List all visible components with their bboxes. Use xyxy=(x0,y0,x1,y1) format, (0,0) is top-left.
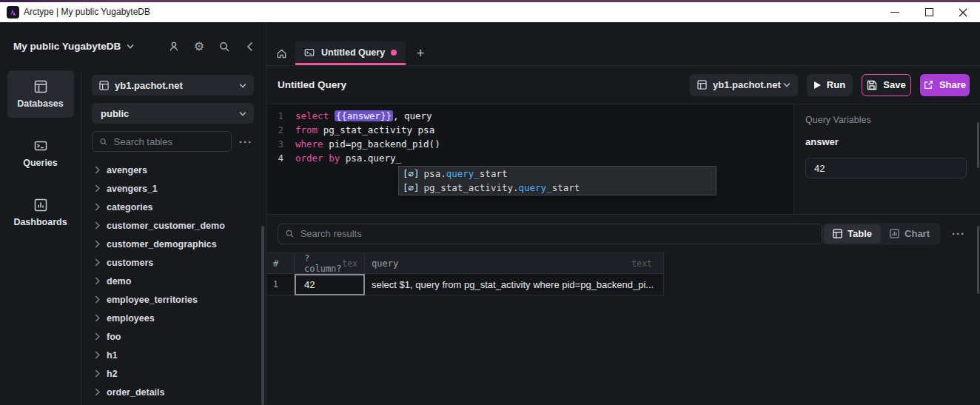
connection-name: yb1.pachot.net xyxy=(713,79,781,90)
line-number: 3 xyxy=(267,137,289,151)
tables-scrollbar[interactable] xyxy=(261,226,264,405)
results-more-icon[interactable]: ··· xyxy=(946,227,971,240)
column-header-index[interactable]: # xyxy=(267,252,295,274)
query-cell[interactable]: select $1, query from pg_stat_activity w… xyxy=(365,274,664,295)
sql-editor[interactable]: 1 select {{answer}}, query 2 from pg_sta… xyxy=(267,104,793,214)
table-list-item[interactable]: h1 xyxy=(92,346,254,364)
settings-gear-icon[interactable]: ⚙ xyxy=(192,39,207,54)
tables-more-icon[interactable]: ··· xyxy=(232,135,254,148)
table-list-item[interactable]: employees xyxy=(92,309,254,327)
chevron-right-icon[interactable] xyxy=(95,240,100,248)
table-list-item[interactable]: customer_customer_demo xyxy=(92,216,254,235)
query-connection-select[interactable]: yb1.pachot.net xyxy=(690,74,798,96)
tab-label: Untitled Query xyxy=(321,47,385,58)
schema-name: public xyxy=(101,108,129,119)
main-area: Untitled Query + Untitled Query yb1.pach… xyxy=(267,22,980,405)
search-icon xyxy=(99,137,108,147)
schema-select[interactable]: public xyxy=(92,103,254,124)
autocomplete-item[interactable]: [⌀]psa.query_start xyxy=(399,167,716,181)
share-button[interactable]: Share xyxy=(920,74,970,96)
chevron-right-icon[interactable] xyxy=(95,277,100,285)
column-field-icon: [⌀] xyxy=(403,167,420,181)
tab-home[interactable] xyxy=(267,41,295,65)
chevron-right-icon[interactable] xyxy=(95,388,100,396)
run-button[interactable]: Run xyxy=(807,74,853,96)
table-name: demo xyxy=(107,276,131,287)
connection-select[interactable]: yb1.pachot.net xyxy=(92,75,254,96)
titlebar-accent xyxy=(0,0,980,2)
collapse-sidebar-icon[interactable] xyxy=(242,39,257,54)
save-icon xyxy=(867,80,877,90)
table-name: foo xyxy=(107,332,121,342)
table-name: customer_demographics xyxy=(107,239,217,250)
table-name: h2 xyxy=(107,369,118,379)
chevron-right-icon[interactable] xyxy=(95,184,100,193)
query-tab-icon xyxy=(304,47,315,58)
chevron-right-icon[interactable] xyxy=(95,203,100,211)
chevron-right-icon[interactable] xyxy=(95,221,100,230)
tab-untitled-query[interactable]: Untitled Query xyxy=(295,41,406,65)
new-tab-button[interactable]: + xyxy=(406,41,435,65)
close-button[interactable] xyxy=(946,2,980,22)
nav-rail: Databases Queries Dashboards xyxy=(0,70,81,405)
table-list-item[interactable]: categories xyxy=(92,198,254,216)
titlebar: Arctype | My public YugabyteDB xyxy=(0,0,980,22)
table-list-item[interactable]: avengers xyxy=(92,161,254,179)
save-button[interactable]: Save xyxy=(862,74,911,96)
database-icon xyxy=(697,80,707,90)
view-table-label: Table xyxy=(848,228,872,239)
table-list: avengers avengers_1 xyxy=(92,161,254,401)
results-scrollbar[interactable] xyxy=(977,226,979,294)
code-text: select {{answer}}, query xyxy=(295,109,432,123)
table-icon xyxy=(833,229,842,238)
results-search-input[interactable] xyxy=(301,228,815,239)
maximize-button[interactable] xyxy=(912,2,946,22)
arctype-window: Arctype | My public YugabyteDB My public… xyxy=(0,0,980,405)
value-cell-selected[interactable]: 42 xyxy=(295,274,365,295)
nav-label: Queries xyxy=(23,158,58,168)
chevron-right-icon[interactable] xyxy=(95,351,100,359)
table-list-item[interactable]: employee_territories xyxy=(92,290,254,309)
connection-name: yb1.pachot.net xyxy=(115,80,183,91)
variables-scrollbar[interactable] xyxy=(977,122,979,168)
view-table-button[interactable]: Table xyxy=(824,224,881,244)
table-list-item[interactable]: customer_demographics xyxy=(92,235,254,253)
nav-item-dashboards[interactable]: Dashboards xyxy=(7,189,74,236)
table-list-item[interactable]: order_details xyxy=(92,383,254,401)
autocomplete-popup: [⌀]psa.query_start [⌀]pg_stat_activity.q… xyxy=(398,166,716,195)
chevron-right-icon[interactable] xyxy=(95,166,100,174)
table-list-item[interactable]: avengers_1 xyxy=(92,179,254,198)
nav-item-databases[interactable]: Databases xyxy=(7,70,74,118)
nav-item-queries[interactable]: Queries xyxy=(7,130,74,177)
table-list-item[interactable]: demo xyxy=(92,272,254,290)
table-list-item[interactable]: foo xyxy=(92,327,254,346)
account-icon[interactable] xyxy=(167,39,181,54)
unsaved-dot xyxy=(391,50,397,56)
variable-value-input[interactable] xyxy=(805,158,967,178)
view-chart-button[interactable]: Chart xyxy=(881,224,939,244)
results-section: Table Chart ··· # ?column?tex querytext xyxy=(267,215,980,295)
chevron-right-icon[interactable] xyxy=(95,295,100,304)
tables-search-input[interactable] xyxy=(114,136,225,147)
nav-label: Dashboards xyxy=(13,217,67,227)
share-label: Share xyxy=(939,79,966,90)
chevron-right-icon[interactable] xyxy=(95,369,100,378)
code-line: 1 select {{answer}}, query xyxy=(267,109,793,123)
workspace-name[interactable]: My public YugabyteDB xyxy=(13,41,121,52)
chevron-down-icon xyxy=(783,82,791,87)
table-name: employee_territories xyxy=(107,295,198,305)
table-name: h1 xyxy=(107,350,118,361)
table-list-item[interactable]: customers xyxy=(92,253,254,272)
minimize-button[interactable] xyxy=(878,2,912,22)
search-icon[interactable] xyxy=(217,39,232,54)
autocomplete-item[interactable]: [⌀]pg_stat_activity.query_start xyxy=(399,181,716,195)
chevron-right-icon[interactable] xyxy=(95,332,100,341)
chevron-right-icon[interactable] xyxy=(95,314,100,322)
table-list-item[interactable]: h2 xyxy=(92,364,254,383)
chevron-down-icon[interactable] xyxy=(127,44,134,49)
chevron-down-icon xyxy=(239,83,246,88)
column-header-query[interactable]: querytext xyxy=(365,252,664,274)
column-header-column1[interactable]: ?column?tex xyxy=(295,252,365,274)
maximize-icon xyxy=(925,8,933,16)
chevron-right-icon[interactable] xyxy=(95,258,100,267)
